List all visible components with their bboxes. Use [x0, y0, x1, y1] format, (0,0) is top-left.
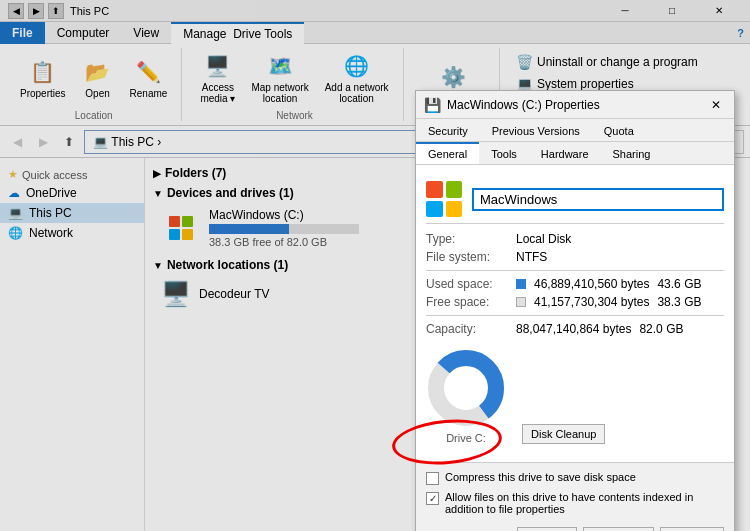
used-bytes: 46,889,410,560 bytes: [534, 277, 649, 291]
tab-security[interactable]: Security: [416, 119, 480, 141]
properties-dialog: 💾 MacWindows (C:) Properties ✕ Security …: [415, 90, 735, 531]
donut-area: Drive C:: [426, 348, 506, 444]
capacity-gb: 82.0 GB: [639, 322, 683, 336]
filesystem-field: File system: NTFS: [426, 250, 724, 264]
drive-c-label: Drive C:: [446, 432, 486, 444]
free-space-label: Free space:: [426, 295, 516, 309]
dialog-title-text: MacWindows (C:) Properties: [447, 98, 706, 112]
type-field: Type: Local Disk: [426, 232, 724, 246]
compress-checkbox-row: Compress this drive to save disk space: [426, 471, 724, 485]
svg-point-2: [448, 370, 484, 406]
dialog-header: [426, 175, 724, 224]
tab-general[interactable]: General: [416, 142, 479, 164]
dialog-buttons: OK Cancel Apply: [426, 521, 724, 531]
index-checkbox[interactable]: [426, 492, 439, 505]
used-square: [516, 279, 526, 289]
used-space-field: Used space: 46,889,410,560 bytes 43.6 GB: [426, 277, 724, 291]
dialog-close-button[interactable]: ✕: [706, 95, 726, 115]
free-bytes: 41,157,730,304 bytes: [534, 295, 649, 309]
dialog-header-icon: [426, 181, 462, 217]
dialog-title-bar: 💾 MacWindows (C:) Properties ✕: [416, 91, 734, 119]
filesystem-value: NTFS: [516, 250, 724, 264]
free-space-field: Free space: 41,157,730,304 bytes 38.3 GB: [426, 295, 724, 309]
tab-previous-versions[interactable]: Previous Versions: [480, 119, 592, 141]
apply-button[interactable]: Apply: [660, 527, 724, 531]
index-label: Allow files on this drive to have conten…: [445, 491, 724, 515]
free-space-values: 41,157,730,304 bytes 38.3 GB: [516, 295, 701, 309]
compress-checkbox[interactable]: [426, 472, 439, 485]
type-label: Type:: [426, 232, 516, 246]
tab-sharing[interactable]: Sharing: [601, 142, 663, 164]
divider1: [426, 270, 724, 271]
tab-hardware[interactable]: Hardware: [529, 142, 601, 164]
dialog-title-icon: 💾: [424, 97, 441, 113]
donut-chart: [426, 348, 506, 428]
dialog-tabs-top: Security Previous Versions Quota: [416, 119, 734, 142]
type-value: Local Disk: [516, 232, 724, 246]
dialog-footer: Compress this drive to save disk space A…: [416, 462, 734, 531]
disk-cleanup-button[interactable]: Disk Cleanup: [522, 424, 605, 444]
index-checkbox-row: Allow files on this drive to have conten…: [426, 491, 724, 515]
ok-button[interactable]: OK: [517, 527, 577, 531]
capacity-field: Capacity: 88,047,140,864 bytes 82.0 GB: [426, 322, 724, 336]
tab-quota[interactable]: Quota: [592, 119, 646, 141]
compress-label: Compress this drive to save disk space: [445, 471, 636, 483]
cancel-button[interactable]: Cancel: [583, 527, 654, 531]
dialog-content: Type: Local Disk File system: NTFS Used …: [416, 165, 734, 462]
capacity-values: 88,047,140,864 bytes 82.0 GB: [516, 322, 683, 336]
disk-chart: Drive C: Disk Cleanup: [426, 340, 724, 452]
free-gb: 38.3 GB: [657, 295, 701, 309]
divider2: [426, 315, 724, 316]
dialog-tabs-bottom: General Tools Hardware Sharing: [416, 142, 734, 165]
used-gb: 43.6 GB: [657, 277, 701, 291]
used-space-label: Used space:: [426, 277, 516, 291]
capacity-bytes: 88,047,140,864 bytes: [516, 322, 631, 336]
capacity-label: Capacity:: [426, 322, 516, 336]
used-space-values: 46,889,410,560 bytes 43.6 GB: [516, 277, 701, 291]
free-square: [516, 297, 526, 307]
tab-tools[interactable]: Tools: [479, 142, 529, 164]
filesystem-label: File system:: [426, 250, 516, 264]
drive-name-input[interactable]: [472, 188, 724, 211]
